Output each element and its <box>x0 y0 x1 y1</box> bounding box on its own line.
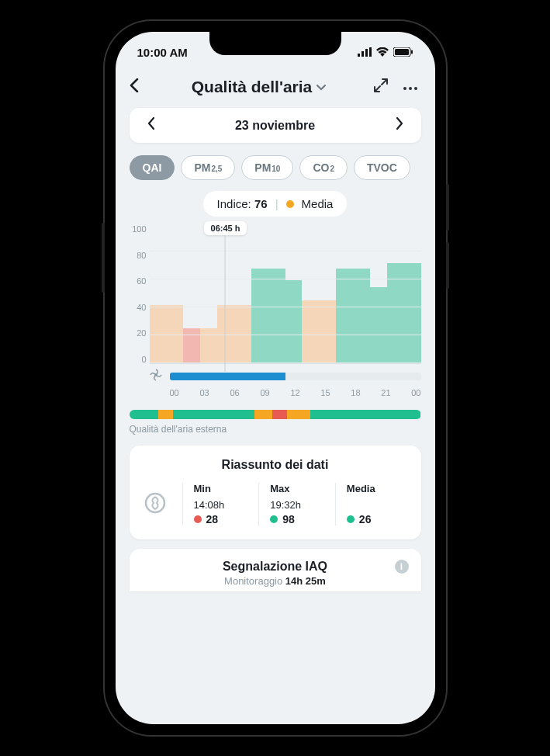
svg-rect-5 <box>395 49 409 55</box>
chip-pm2,5[interactable]: PM2,5 <box>181 155 235 180</box>
svg-rect-6 <box>411 50 413 54</box>
summary-card: Riassunto dei dati Min 14:08h 28 Max 19:… <box>130 446 421 539</box>
signal-icon <box>358 47 372 57</box>
svg-point-9 <box>414 87 417 90</box>
chip-pm10[interactable]: PM10 <box>241 155 293 180</box>
selected-date: 23 noviembre <box>235 119 315 133</box>
fan-activity-bar <box>170 373 421 380</box>
svg-rect-3 <box>369 47 372 57</box>
summary-max: Max 19:32h 98 <box>258 483 330 525</box>
chart-tooltip: 06:45 h <box>204 221 247 235</box>
expand-button[interactable] <box>370 78 392 96</box>
svg-rect-0 <box>358 54 360 57</box>
more-button[interactable] <box>400 80 421 94</box>
iaq-report-card[interactable]: i Segnalazione IAQ Monitoraggio 14h 25m <box>130 549 421 591</box>
info-icon[interactable]: i <box>395 560 409 574</box>
chip-tvoc[interactable]: TVOC <box>354 155 410 180</box>
svg-rect-2 <box>365 49 368 57</box>
svg-point-7 <box>403 87 406 90</box>
header: Qualità dell'aria <box>130 72 421 108</box>
summary-title: Riassunto dei dati <box>144 458 407 472</box>
index-badge: Indice: 76 | Media <box>203 191 348 217</box>
outdoor-quality-label: Qualità dell'aria esterna <box>130 424 421 435</box>
chevron-down-icon <box>317 81 326 93</box>
outdoor-quality-bar <box>130 410 421 419</box>
prev-day-button[interactable] <box>144 117 159 134</box>
fan-icon <box>150 369 165 383</box>
status-dot-icon <box>286 200 294 208</box>
svg-point-8 <box>409 87 412 90</box>
svg-rect-1 <box>361 51 364 57</box>
metric-chips: QAIPM2,5PM10CO2TVOC <box>130 155 421 180</box>
summary-avg: Media 26 <box>335 483 407 525</box>
page-title: Qualità dell'aria <box>192 78 313 96</box>
date-selector: 23 noviembre <box>130 108 421 143</box>
title-dropdown[interactable]: Qualità dell'aria <box>156 78 362 96</box>
iaq-chart[interactable]: 100806040200 06:45 h 000306091215182100 <box>130 224 421 397</box>
summary-metric-icon <box>144 491 178 518</box>
battery-icon <box>393 47 413 57</box>
next-day-button[interactable] <box>392 117 407 134</box>
chip-co2[interactable]: CO2 <box>299 155 348 180</box>
back-button[interactable] <box>130 77 148 97</box>
status-time: 10:00 AM <box>137 46 188 59</box>
chip-qai[interactable]: QAI <box>130 155 175 180</box>
summary-min: Min 14:08h 28 <box>182 483 254 525</box>
wifi-icon <box>376 47 389 57</box>
